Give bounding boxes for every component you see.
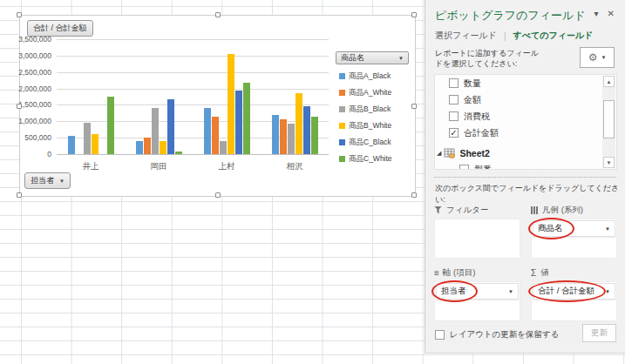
bar-商品B_White[interactable] <box>296 93 302 154</box>
x-axis-line <box>57 154 329 155</box>
selection-handle[interactable] <box>215 12 221 17</box>
y-tick-label: 500,000 <box>8 133 51 142</box>
field-list-scrollbar[interactable]: ▲ ▼ <box>602 76 615 168</box>
field-label: 型番 <box>474 164 492 171</box>
legend-item[interactable]: 商品C_Black <box>339 134 412 151</box>
bar-商品C_White[interactable] <box>175 152 182 154</box>
bar-商品A_Black[interactable] <box>272 115 279 154</box>
bar-商品B_Black[interactable] <box>288 124 295 154</box>
selection-handle[interactable] <box>215 192 221 198</box>
chart-axis-field-button[interactable]: 担当者 ▼ <box>24 172 71 189</box>
pivot-chart[interactable]: 合計 / 合計金額 3,500,0003,000,0002,500,0002,0… <box>19 15 416 197</box>
field-list: 数量金額消費税✓合計金額◢Sheet2型番 ▲ ▼ <box>434 74 617 170</box>
field-item-数量[interactable]: 数量 <box>435 75 616 91</box>
bar-商品B_Black[interactable] <box>84 123 91 154</box>
field-checkbox[interactable] <box>459 165 469 170</box>
pane-title: ピボットグラフのフィールド <box>435 8 586 24</box>
legend-field-label: 商品名 <box>341 52 364 64</box>
defer-layout-label: レイアウトの更新を保留する <box>450 329 560 340</box>
area-field-chip-商品名[interactable]: 商品名▼ <box>533 220 615 237</box>
update-button[interactable]: 更新 <box>582 324 616 342</box>
table-group-Sheet2[interactable]: ◢Sheet2 <box>435 145 616 161</box>
chip-label: 合計 / 合計金額 <box>538 286 594 295</box>
filters-area-header: フィルター <box>434 203 520 217</box>
legend-item[interactable]: 商品B_Black <box>339 101 412 118</box>
legend-field-button[interactable]: 商品名 ▼ <box>336 51 409 64</box>
bar-商品C_White[interactable] <box>107 97 114 154</box>
table-group-name: Sheet2 <box>459 148 489 158</box>
bar-商品C_White[interactable] <box>311 117 318 154</box>
values-area-box[interactable]: 合計 / 合計金額▼ <box>531 281 617 321</box>
bar-商品B_Black[interactable] <box>152 108 159 154</box>
axis-area-label: 軸 (項目) <box>443 267 475 279</box>
legend-swatch-icon <box>339 123 345 129</box>
scroll-down-icon[interactable]: ▼ <box>603 157 615 168</box>
tab-separator: | <box>504 31 506 41</box>
area-field-chip-合計 / 合計金額[interactable]: 合計 / 合計金額▼ <box>533 283 615 300</box>
gear-icon: ⚙ <box>588 52 598 63</box>
area-field-chip-担当者[interactable]: 担当者▼ <box>436 283 519 300</box>
pane-options-icon[interactable]: ▾ <box>594 9 599 18</box>
y-tick-label: 1,000,000 <box>8 117 51 125</box>
bar-商品B_White[interactable] <box>228 54 234 154</box>
chevron-down-icon[interactable]: ▼ <box>505 289 513 294</box>
bar-商品B_Black[interactable] <box>220 141 227 154</box>
bar-商品A_Black[interactable] <box>204 108 211 154</box>
legend-swatch-icon <box>339 106 345 112</box>
field-item-金額[interactable]: 金額 <box>435 91 616 108</box>
legend-area-box[interactable]: 商品名▼ <box>531 219 617 259</box>
bar-商品A_Black[interactable] <box>68 136 75 154</box>
legend-item[interactable]: 商品A_White <box>339 84 412 101</box>
bar-商品A_Black[interactable] <box>136 141 143 154</box>
tab-all-fields[interactable]: すべてのフィールド <box>513 30 594 42</box>
selection-handle[interactable] <box>17 104 22 109</box>
axis-area-box[interactable]: 担当者▼ <box>434 281 520 321</box>
bar-商品C_White[interactable] <box>243 83 250 154</box>
tab-selected-fields[interactable]: 選択フィールド <box>435 30 497 42</box>
defer-layout-checkbox[interactable] <box>435 330 445 340</box>
tools-button[interactable]: ⚙ ▼ <box>580 47 615 68</box>
field-item-合計金額[interactable]: ✓合計金額 <box>435 125 616 141</box>
bar-group <box>125 39 193 154</box>
chevron-down-icon[interactable]: ▼ <box>601 226 610 232</box>
bar-group <box>193 39 261 154</box>
y-tick-label: 1,500,000 <box>8 100 51 109</box>
selection-handle[interactable] <box>411 104 417 109</box>
legend-item[interactable]: 商品C_White <box>339 151 412 167</box>
chip-label: 担当者 <box>441 286 466 295</box>
chip-label: 商品名 <box>538 223 563 233</box>
bar-商品C_Black[interactable] <box>303 106 310 154</box>
chevron-down-icon[interactable]: ▼ <box>601 289 610 294</box>
filters-area-box[interactable] <box>434 219 520 259</box>
scroll-up-icon[interactable]: ▲ <box>603 76 615 87</box>
expand-triangle-icon[interactable]: ◢ <box>437 150 441 157</box>
legend-series-icon <box>531 206 538 214</box>
field-checkbox[interactable] <box>449 78 459 88</box>
bar-商品C_Black[interactable] <box>235 91 242 154</box>
bar-商品A_White[interactable] <box>212 117 219 154</box>
field-checkbox[interactable]: ✓ <box>449 128 459 138</box>
selection-handle[interactable] <box>411 192 417 198</box>
bar-商品B_White[interactable] <box>160 141 166 154</box>
bar-商品A_White[interactable] <box>144 138 151 154</box>
field-checkbox[interactable] <box>449 111 459 121</box>
close-icon[interactable]: ✕ <box>608 9 615 18</box>
legend-item[interactable]: 商品B_White <box>339 118 412 134</box>
field-label: 数量 <box>464 78 481 90</box>
bar-商品A_White[interactable] <box>280 119 287 154</box>
selection-handle[interactable] <box>17 12 22 17</box>
field-item-消費税[interactable]: 消費税 <box>435 108 616 125</box>
selection-handle[interactable] <box>411 12 417 17</box>
field-item-型番[interactable]: 型番 <box>435 161 616 170</box>
bar-商品C_Black[interactable] <box>167 99 174 154</box>
legend-item-label: 商品C_White <box>349 154 392 165</box>
axis-categories-icon: ≡ <box>434 268 438 278</box>
legend-item-label: 商品B_White <box>349 121 391 131</box>
selection-handle[interactable] <box>17 192 22 198</box>
field-checkbox[interactable] <box>449 95 459 104</box>
category-label: 岡田 <box>125 161 193 172</box>
legend-swatch-icon <box>339 90 345 96</box>
scrollbar-thumb[interactable] <box>603 100 615 138</box>
bar-商品B_White[interactable] <box>92 134 99 154</box>
legend-item[interactable]: 商品A_Black <box>339 68 412 84</box>
